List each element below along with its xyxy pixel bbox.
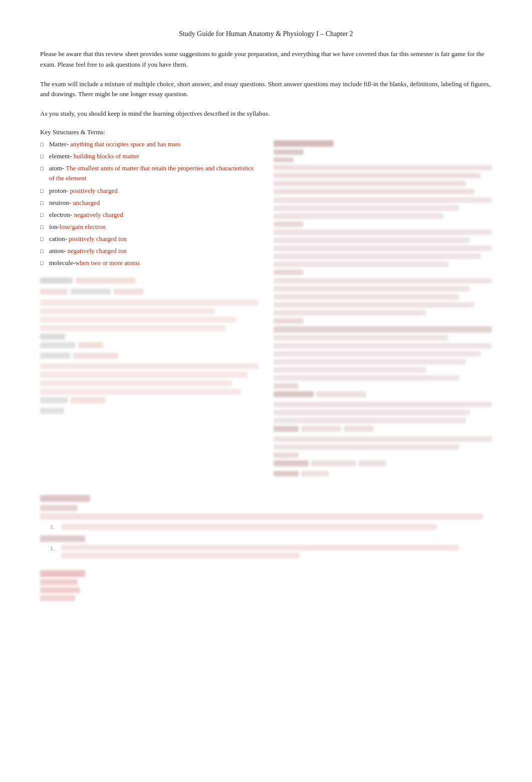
bullet-icon: □ [40,235,49,243]
term-definition: uncharged [73,199,100,206]
page-title: Study Guide for Human Anatomy & Physiolo… [40,30,492,38]
list-item: □ cation- positively charged ion [40,234,258,244]
term-label: electron- [49,211,74,218]
term-definition: positively charged [70,187,118,194]
intro-paragraph-2: The exam will include a mixture of multi… [40,79,492,100]
bullet-icon: □ [40,223,49,231]
term-definition: anything that occupies space and has mas… [70,140,181,148]
list-item: □ neutron- uncharged [40,198,258,208]
bullet-icon: □ [40,211,49,219]
bullet-icon: □ [40,140,49,149]
bullet-icon: □ [40,247,49,255]
term-label: proton- [49,187,70,194]
term-definition: The smallest units of matter that retain… [49,164,253,182]
intro-paragraph-3: As you study, you should keep in mind th… [40,109,492,119]
list-item: □ molecule-when two or more atoms [40,258,258,268]
term-label: ion- [49,223,60,230]
two-column-section: □ Matter- anything that occupies space a… [40,139,492,481]
list-item: □ Matter- anything that occupies space a… [40,139,258,149]
term-label: molecule- [49,259,75,267]
list-item: □ electron- negatively charged [40,210,258,220]
term-definition: building blocks of matter [74,152,139,160]
list-number: 1. [50,545,57,553]
term-label: neutron- [49,199,73,206]
term-label: element- [49,152,74,160]
list-number: 1. [50,523,57,531]
bullet-icon: □ [40,164,49,173]
term-list: □ Matter- anything that occupies space a… [40,139,258,269]
term-label: cation- [49,235,69,242]
list-item: □ anion- negatively charged ion [40,246,258,256]
term-label: Matter- [49,140,70,148]
bullet-icon: □ [40,199,49,207]
term-definition: negatively charged ion [67,247,126,254]
right-column [274,140,492,481]
bottom-section: 1. 1. [40,495,492,601]
term-definition: positively charged ion [69,235,126,242]
list-item: □ ion-lose/gain electron [40,222,258,232]
bullet-icon: □ [40,259,49,268]
document-page: Study Guide for Human Anatomy & Physiolo… [0,0,532,782]
bullet-icon: □ [40,187,49,195]
term-label: anion- [49,247,67,254]
term-definition: negatively charged [74,211,123,218]
blurred-left-lower [40,278,258,416]
key-structures-heading: Key Structures & Terms: [40,128,492,136]
list-item: □ atom- The smallest units of matter tha… [40,163,258,183]
term-label: atom- [49,164,66,172]
intro-paragraph-1: Please be aware that this review sheet p… [40,49,492,70]
bullet-icon: □ [40,152,49,161]
term-definition: when two or more atoms [75,259,140,267]
left-column: □ Matter- anything that occupies space a… [40,139,258,481]
term-definition: lose/gain electron [60,223,106,230]
list-item: □ proton- positively charged [40,186,258,196]
list-item: □ element- building blocks of matter [40,151,258,161]
